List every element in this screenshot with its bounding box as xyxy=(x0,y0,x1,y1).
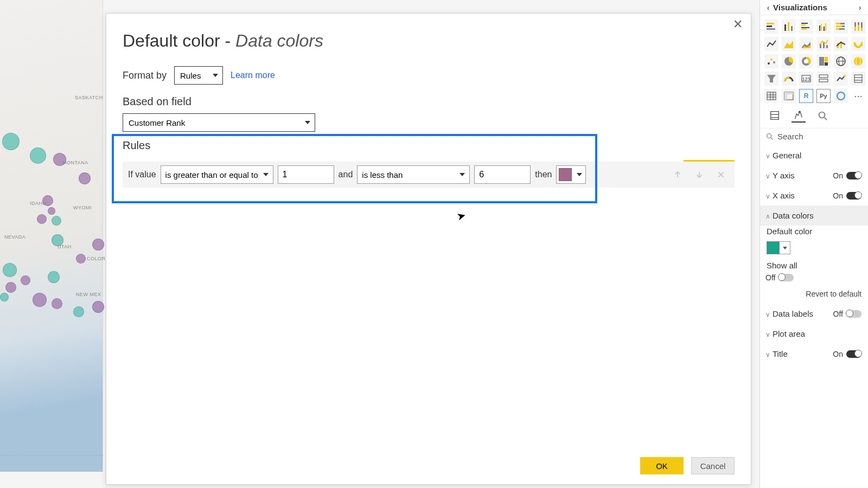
svg-point-36 xyxy=(773,61,775,63)
revert-to-default-link[interactable]: Revert to default xyxy=(760,287,868,304)
format-item-data-colors[interactable]: ∧Data colors xyxy=(760,206,868,226)
svg-rect-5 xyxy=(791,26,793,31)
svg-rect-41 xyxy=(825,57,828,62)
learn-more-link[interactable]: Learn more xyxy=(231,70,275,80)
map-bubble xyxy=(52,298,62,309)
based-on-field-select[interactable]: Customer Rank xyxy=(123,113,315,132)
python-visual-icon[interactable]: Py xyxy=(816,89,831,103)
stacked-bar-icon[interactable] xyxy=(764,20,778,34)
multi-row-card-icon[interactable] xyxy=(816,72,831,86)
svg-rect-66 xyxy=(771,112,779,120)
svg-point-46 xyxy=(854,57,863,66)
fields-tab[interactable] xyxy=(768,108,782,123)
stacked-column-icon[interactable] xyxy=(782,20,796,34)
format-item-title[interactable]: ∨Title On xyxy=(760,344,868,364)
stacked-column-100-icon[interactable] xyxy=(851,20,865,34)
map-bubble xyxy=(48,271,60,283)
rule-operator1-select[interactable]: is greater than or equal to xyxy=(161,165,273,184)
ribbon-chart-icon[interactable] xyxy=(851,37,865,51)
more-visuals-icon[interactable]: ⋯ xyxy=(851,89,865,103)
rule-operator2-value: is less than xyxy=(362,170,403,179)
kpi-icon[interactable] xyxy=(834,72,848,86)
map-bubble xyxy=(79,172,91,184)
card-icon[interactable]: 123 xyxy=(799,72,813,86)
format-search[interactable]: Search xyxy=(760,129,868,144)
map-bubble xyxy=(3,263,17,277)
r-visual-icon[interactable]: R xyxy=(799,89,813,103)
analytics-tab[interactable] xyxy=(815,108,829,123)
move-down-icon[interactable] xyxy=(694,170,704,179)
svg-rect-8 xyxy=(801,27,809,28)
rule-color-swatch xyxy=(559,168,572,181)
svg-text:123: 123 xyxy=(802,76,810,82)
map-bubble xyxy=(2,133,20,150)
format-item-data-labels[interactable]: ∨Data labels Off xyxy=(760,304,868,324)
svg-rect-1 xyxy=(767,25,772,27)
map-bubble xyxy=(52,234,63,246)
svg-rect-19 xyxy=(836,28,839,30)
line-chart-icon[interactable] xyxy=(764,37,778,51)
treemap-icon[interactable] xyxy=(816,54,831,68)
move-up-icon[interactable] xyxy=(673,170,682,179)
donut-icon[interactable] xyxy=(799,54,813,68)
svg-rect-17 xyxy=(836,25,842,27)
filled-map-icon[interactable] xyxy=(851,54,865,68)
rule-color-picker[interactable] xyxy=(556,165,586,184)
delete-rule-icon[interactable] xyxy=(716,170,726,179)
map-label-colorado: COLOR xyxy=(87,256,106,261)
show-all-toggle[interactable]: Off xyxy=(760,273,868,287)
default-color-swatch xyxy=(767,241,780,254)
chevron-left-icon[interactable]: ‹ xyxy=(763,3,773,12)
slicer-icon[interactable] xyxy=(851,72,865,86)
table-icon[interactable] xyxy=(764,89,778,103)
rule-value2-input[interactable] xyxy=(474,165,531,184)
clustered-column-icon[interactable] xyxy=(816,20,831,34)
svg-point-35 xyxy=(770,59,773,61)
format-item-x-axis[interactable]: ∨X axis On xyxy=(760,185,868,206)
map-icon[interactable] xyxy=(834,54,848,68)
rules-section-label: Rules xyxy=(123,139,735,152)
visualizations-header: ‹ Visualizations › xyxy=(760,0,868,15)
svg-rect-15 xyxy=(836,23,840,24)
svg-rect-57 xyxy=(767,92,776,100)
clustered-bar-icon[interactable] xyxy=(799,20,813,34)
format-by-select[interactable]: Rules xyxy=(174,66,223,85)
map-canvas: SASKATCH MONTANA IDAHO WYOMI NEVADA UTAH… xyxy=(0,0,103,472)
svg-rect-3 xyxy=(784,24,786,31)
svg-rect-23 xyxy=(858,25,859,31)
map-bubble xyxy=(92,301,104,313)
dialog-title-subtitle: Data colors xyxy=(235,31,323,50)
combo-chart-icon[interactable] xyxy=(816,37,831,51)
map-label-nevada: NEVADA xyxy=(4,234,25,240)
format-tab[interactable] xyxy=(792,108,806,123)
dialog-title-prefix: Default color - xyxy=(123,31,235,50)
pie-icon[interactable] xyxy=(782,54,796,68)
area-chart-icon[interactable] xyxy=(782,37,796,51)
rule-then: then xyxy=(535,170,552,179)
svg-rect-4 xyxy=(788,22,789,31)
arcgis-icon[interactable] xyxy=(834,89,848,103)
close-icon[interactable]: ✕ xyxy=(730,17,745,32)
rule-value1-input[interactable] xyxy=(278,165,334,184)
ok-button[interactable]: OK xyxy=(640,457,684,474)
rule-if-value: If value xyxy=(128,170,156,179)
format-item-plot-area[interactable]: ∨Plot area xyxy=(760,324,868,344)
gauge-icon[interactable] xyxy=(782,72,796,86)
format-item-general[interactable]: ∨General xyxy=(760,145,868,165)
rule-operator2-select[interactable]: is less than xyxy=(357,165,470,184)
funnel-icon[interactable] xyxy=(764,72,778,86)
cancel-button[interactable]: Cancel xyxy=(691,457,735,474)
map-footer-divider xyxy=(0,455,103,455)
map-bubble xyxy=(0,293,9,301)
matrix-icon[interactable] xyxy=(782,89,796,103)
scatter-icon[interactable] xyxy=(764,54,778,68)
stacked-bar-100-icon[interactable] xyxy=(834,20,848,34)
default-color-picker[interactable] xyxy=(760,239,868,260)
chevron-down-icon[interactable] xyxy=(780,241,790,254)
stacked-area-icon[interactable] xyxy=(799,37,813,51)
combo-chart2-icon[interactable] xyxy=(834,37,848,51)
svg-rect-54 xyxy=(854,75,862,82)
dialog-title: Default color - Data colors xyxy=(123,31,735,51)
chevron-right-icon[interactable]: › xyxy=(855,3,865,12)
format-item-y-axis[interactable]: ∨Y axis On xyxy=(760,165,868,185)
